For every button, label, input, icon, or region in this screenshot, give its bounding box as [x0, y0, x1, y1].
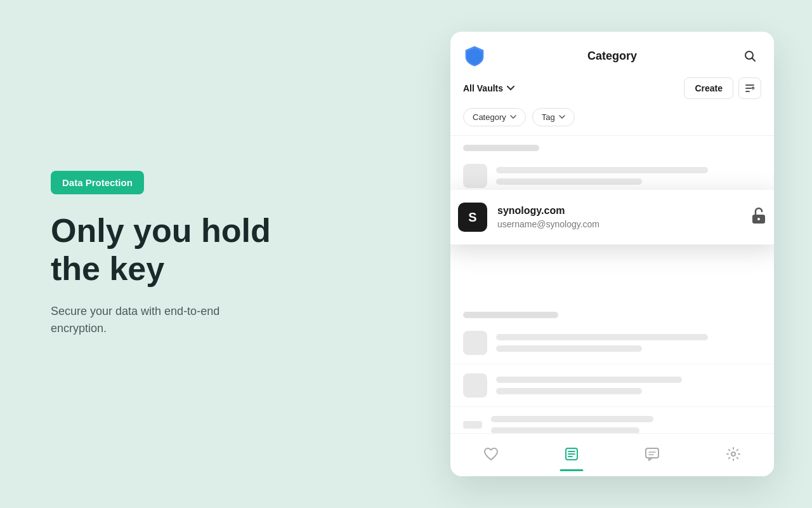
category-chip[interactable]: Category: [463, 108, 526, 126]
app-logo-icon: [463, 44, 486, 67]
nav-settings[interactable]: [713, 444, 754, 464]
skeleton-lines-1: [496, 167, 761, 185]
svg-point-14: [731, 452, 735, 456]
app-header-top: Category: [463, 44, 761, 67]
filter-actions: Create: [684, 77, 761, 99]
skeleton-avatar-1: [463, 164, 487, 188]
skeleton-item-3: [450, 364, 774, 407]
item-site-name: synology.com: [497, 205, 741, 217]
filter-row: All Vaults Create: [463, 77, 761, 99]
nav-messages[interactable]: [632, 444, 672, 464]
svg-rect-11: [646, 448, 658, 458]
sort-button[interactable]: [738, 77, 761, 99]
skeleton-header: [463, 145, 539, 151]
skeleton-item-4: [450, 407, 774, 433]
chips-row: Category Tag: [463, 108, 761, 126]
headline: Only you hold the key: [51, 212, 393, 288]
highlighted-item-card[interactable]: S synology.com username@synology.com: [450, 190, 774, 244]
tag-chip[interactable]: Tag: [532, 108, 575, 126]
item-email: username@synology.com: [497, 219, 741, 229]
all-vaults-dropdown[interactable]: All Vaults: [463, 83, 514, 93]
subtext: Secure your data with end-to-end encrypt…: [51, 303, 254, 337]
app-content: S synology.com username@synology.com: [450, 136, 774, 433]
item-info: synology.com username@synology.com: [497, 205, 741, 229]
nav-list[interactable]: [552, 444, 591, 464]
data-protection-badge: Data Protection: [51, 171, 144, 194]
svg-line-1: [752, 58, 756, 62]
nav-favorites[interactable]: [471, 444, 511, 464]
left-panel: Data Protection Only you hold the key Se…: [51, 0, 393, 508]
skeleton-item-2: [450, 322, 774, 364]
skeleton-section-bottom: [450, 312, 774, 433]
item-avatar: S: [458, 203, 487, 232]
skeleton-header-2: [463, 312, 558, 318]
app-header: Category All Vaults Create: [450, 32, 774, 136]
search-button[interactable]: [738, 44, 761, 67]
app-title: Category: [587, 50, 637, 63]
create-button[interactable]: Create: [684, 77, 733, 99]
app-window: Category All Vaults Create: [450, 32, 774, 476]
bottom-nav: [450, 433, 774, 476]
svg-point-6: [757, 218, 760, 220]
lock-icon: [751, 207, 766, 227]
